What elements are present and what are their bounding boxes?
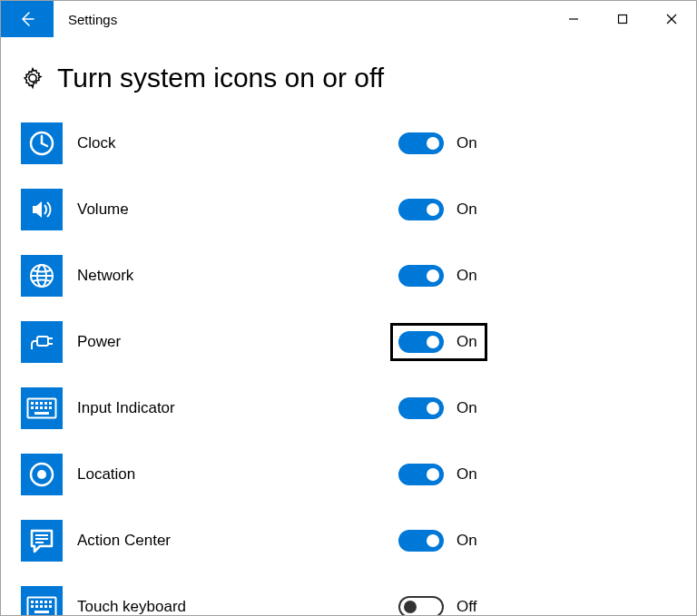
svg-rect-32 [35,601,38,603]
toggle-knob [404,601,417,613]
toggle-cell-power: On [390,323,487,361]
svg-rect-41 [34,611,49,613]
svg-rect-35 [49,601,52,603]
svg-rect-14 [31,402,34,405]
close-icon [666,14,677,24]
item-row-volume: VolumeOn [21,189,676,230]
keyboard-icon [21,387,63,429]
maximize-icon [617,14,628,24]
toggle-state-label: On [456,333,477,351]
svg-rect-15 [35,402,38,405]
svg-rect-21 [40,406,43,409]
toggle-location[interactable] [398,464,444,485]
globe-icon [21,255,63,297]
toggle-input-indicator[interactable] [398,397,444,419]
toggle-cell-touch-keyboard: Off [398,596,476,616]
svg-rect-34 [44,601,47,603]
window-controls [549,1,696,37]
action-center-icon [21,520,63,562]
svg-rect-20 [35,406,38,409]
svg-rect-39 [44,605,47,608]
toggle-knob [427,137,439,150]
toggle-knob [427,269,439,282]
toggle-knob [427,468,439,481]
toggle-knob [427,534,439,547]
item-row-location: LocationOn [21,454,676,495]
toggle-state-label: On [456,465,477,484]
back-arrow-icon [18,10,36,28]
toggle-cell-input-indicator: On [398,397,477,419]
toggle-network[interactable] [398,265,444,287]
item-row-clock: ClockOn [21,122,676,164]
close-button[interactable] [647,1,696,37]
toggle-cell-action-center: On [398,530,477,552]
toggle-state-label: On [456,200,477,219]
item-label: Network [63,267,398,285]
toggle-touch-keyboard[interactable] [398,596,444,616]
power-plug-icon [21,321,63,363]
item-label: Action Center [63,532,398,550]
toggle-volume[interactable] [398,199,444,220]
svg-rect-40 [49,605,52,608]
toggle-state-label: On [456,532,477,550]
toggle-knob [427,402,439,415]
gear-icon [21,66,44,90]
location-icon [21,454,63,495]
svg-rect-33 [40,601,43,603]
toggle-state-label: On [456,134,477,152]
maximize-button[interactable] [598,1,647,37]
item-label: Clock [63,134,398,152]
toggle-cell-clock: On [398,132,477,154]
svg-point-26 [37,470,46,479]
item-row-touch-keyboard: Touch keyboardOff [21,586,676,616]
page-header: Turn system icons on or off [21,63,676,93]
item-label: Input Indicator [63,399,398,417]
item-label: Touch keyboard [63,598,398,616]
toggle-cell-network: On [398,265,477,287]
item-label: Power [63,333,398,351]
toggle-knob [427,336,439,348]
toggle-state-label: Off [456,598,476,616]
item-row-network: NetworkOn [21,255,676,297]
toggle-state-label: On [456,267,477,285]
svg-rect-24 [34,412,49,415]
svg-rect-31 [31,601,34,603]
svg-rect-10 [37,337,48,346]
svg-rect-1 [619,15,627,24]
svg-rect-19 [31,406,34,409]
item-row-action-center: Action CenterOn [21,520,676,562]
item-label: Location [63,465,398,484]
svg-rect-36 [31,605,34,608]
toggle-power[interactable] [398,331,444,353]
svg-rect-16 [40,402,43,405]
svg-line-6 [42,143,47,146]
items-list: ClockOnVolumeOnNetworkOnPowerOnInput Ind… [21,122,676,616]
svg-rect-37 [35,605,38,608]
minimize-button[interactable] [549,1,598,37]
item-row-input-indicator: Input IndicatorOn [21,387,676,429]
item-row-power: PowerOn [21,321,676,363]
svg-rect-17 [44,402,47,405]
toggle-clock[interactable] [398,132,444,154]
item-label: Volume [63,200,398,219]
toggle-cell-volume: On [398,199,477,220]
toggle-action-center[interactable] [398,530,444,552]
toggle-cell-location: On [398,464,477,485]
back-button[interactable] [1,1,54,37]
minimize-icon [568,14,579,24]
svg-rect-22 [44,406,47,409]
titlebar: Settings [1,1,696,37]
keyboard-icon [21,586,63,616]
volume-icon [21,189,63,230]
clock-icon [21,122,63,164]
svg-rect-18 [49,402,52,405]
page-title: Turn system icons on or off [57,63,384,93]
toggle-knob [427,203,439,216]
titlebar-spacer [117,1,549,37]
svg-rect-23 [49,406,52,409]
window-title: Settings [54,1,117,37]
toggle-state-label: On [456,399,477,417]
content: Turn system icons on or off ClockOnVolum… [1,37,696,616]
svg-rect-38 [40,605,43,608]
